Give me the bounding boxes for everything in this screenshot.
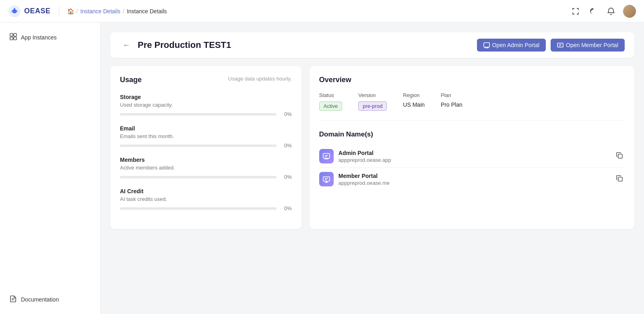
documentation-icon — [10, 295, 17, 304]
version-badge: pre-prod — [358, 101, 387, 111]
breadcrumb-home[interactable]: 🏠 — [67, 8, 74, 14]
ai-credit-desc: AI task credits used. — [120, 196, 292, 202]
usage-email: Email Emails sent this month. 0% — [120, 125, 292, 149]
page-header-right: Open Admin Portal Open Member Portal — [477, 39, 625, 52]
breadcrumb-link1[interactable]: Instance Details — [80, 8, 120, 14]
svg-point-1 — [12, 9, 17, 13]
breadcrumb: 🏠 / Instance Details / Instance Details — [67, 8, 167, 14]
admin-domain-info: Admin Portal apppreprod.oease.app — [339, 150, 391, 163]
breadcrumb-current: Instance Details — [127, 8, 167, 14]
sidebar-item-documentation[interactable]: Documentation — [5, 291, 95, 308]
page-header-left: ← Pre Production TEST1 — [120, 39, 231, 52]
fullscreen-icon[interactable] — [570, 6, 581, 17]
svg-rect-12 — [618, 177, 622, 181]
breadcrumb-sep2: / — [123, 8, 124, 14]
domain-item-member: Member Portal apppreprod.oease.me — [319, 167, 625, 190]
sidebar-item-documentation-label: Documentation — [21, 296, 59, 303]
overview-stats: Status Active Version pre-prod Region US… — [319, 92, 625, 121]
svg-rect-3 — [10, 33, 13, 36]
domain-item-member-left: Member Portal apppreprod.oease.me — [319, 172, 390, 186]
email-progress: 0% — [120, 143, 292, 149]
header-left: OEASE 🏠 / Instance Details / Instance De… — [8, 5, 167, 18]
usage-card: Usage Usage data updates hourly. Storage… — [110, 66, 301, 229]
sidebar-item-app-instances[interactable]: App Instances — [5, 29, 95, 46]
plan-value: Pro Plan — [441, 101, 462, 108]
storage-title: Storage — [120, 94, 292, 100]
svg-rect-6 — [14, 37, 17, 40]
admin-portal-icon — [483, 42, 490, 48]
members-progress-track — [120, 176, 277, 178]
email-progress-track — [120, 145, 277, 147]
open-member-portal-button[interactable]: Open Member Portal — [551, 39, 625, 52]
domain-section-title: Domain Name(s) — [319, 130, 625, 138]
storage-progress-track — [120, 113, 277, 116]
admin-domain-icon — [319, 149, 334, 163]
domain-item-admin: Admin Portal apppreprod.oease.app — [319, 145, 625, 167]
logo[interactable]: OEASE — [8, 5, 51, 18]
content-grid: Usage Usage data updates hourly. Storage… — [110, 66, 634, 229]
sidebar-item-app-instances-label: App Instances — [21, 34, 57, 41]
theme-toggle-icon[interactable] — [588, 6, 599, 17]
usage-title: Usage — [120, 76, 142, 84]
member-domain-copy-button[interactable] — [614, 173, 625, 186]
svg-rect-5 — [10, 37, 13, 40]
avatar[interactable] — [623, 5, 636, 18]
email-title: Email — [120, 125, 292, 132]
domain-section: Domain Name(s) Admin Po — [319, 130, 625, 190]
member-portal-icon — [557, 42, 564, 48]
member-domain-icon — [319, 172, 334, 186]
stat-status: Status Active — [319, 92, 342, 111]
stat-region: Region US Main — [403, 92, 425, 111]
sidebar: App Instances Documentation — [0, 23, 101, 314]
version-label: Version — [358, 92, 387, 98]
members-progress-label: 0% — [281, 174, 292, 180]
members-title: Members — [120, 157, 292, 163]
overview-title: Overview — [319, 76, 625, 84]
usage-members: Members Active members added. 0% — [120, 157, 292, 180]
page-title: Pre Production TEST1 — [138, 40, 231, 50]
logo-icon — [8, 5, 21, 18]
open-admin-portal-button[interactable]: Open Admin Portal — [477, 39, 546, 52]
ai-credit-progress-label: 0% — [281, 205, 292, 211]
email-desc: Emails sent this month. — [120, 133, 292, 139]
stat-version: Version pre-prod — [358, 92, 387, 111]
back-button[interactable]: ← — [120, 39, 133, 52]
usage-header: Usage Usage data updates hourly. — [120, 76, 292, 86]
region-value: US Main — [403, 101, 425, 108]
storage-desc: Used storage capacity. — [120, 102, 292, 108]
breadcrumb-sep1: / — [76, 8, 78, 14]
member-domain-url: apppreprod.oease.me — [339, 180, 390, 186]
members-progress: 0% — [120, 174, 292, 180]
svg-rect-8 — [557, 43, 563, 47]
ai-credit-progress: 0% — [120, 205, 292, 211]
member-domain-name: Member Portal — [339, 173, 390, 179]
app-instances-icon — [10, 33, 17, 42]
page-header: ← Pre Production TEST1 Open Admin Portal — [110, 32, 634, 58]
region-label: Region — [403, 92, 425, 98]
app-body: App Instances Documentation ← Pre — [0, 23, 644, 314]
svg-rect-10 — [618, 154, 622, 158]
status-label: Status — [319, 92, 342, 98]
main-content: ← Pre Production TEST1 Open Admin Portal — [101, 23, 644, 314]
storage-progress-label: 0% — [281, 111, 292, 117]
overview-card: Overview Status Active Version pre-prod … — [310, 66, 634, 229]
sidebar-bottom: Documentation — [0, 291, 100, 308]
header-right — [570, 5, 636, 18]
svg-point-2 — [14, 8, 15, 10]
admin-domain-url: apppreprod.oease.app — [339, 157, 391, 163]
svg-rect-4 — [14, 33, 17, 36]
members-desc: Active members added. — [120, 165, 292, 171]
email-progress-label: 0% — [281, 143, 292, 149]
svg-rect-7 — [484, 43, 489, 47]
admin-domain-copy-button[interactable] — [614, 150, 625, 163]
svg-rect-9 — [323, 153, 330, 158]
notifications-icon[interactable] — [605, 6, 617, 17]
status-badge: Active — [319, 101, 342, 111]
plan-label: Plan — [441, 92, 462, 98]
ai-credit-title: AI Credit — [120, 188, 292, 194]
logo-text: OEASE — [24, 7, 51, 15]
storage-progress: 0% — [120, 111, 292, 117]
member-domain-info: Member Portal apppreprod.oease.me — [339, 173, 390, 186]
stat-plan: Plan Pro Plan — [441, 92, 462, 111]
admin-domain-name: Admin Portal — [339, 150, 391, 156]
